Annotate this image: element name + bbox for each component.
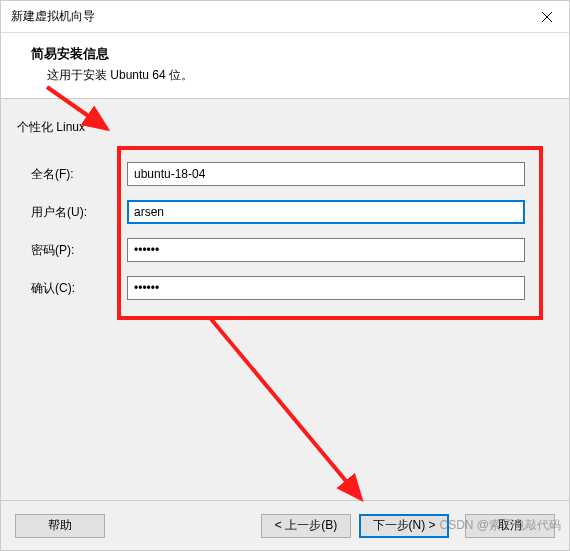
wizard-footer: 帮助 < 上一步(B) 下一步(N) > 取消: [1, 500, 569, 550]
titlebar: 新建虚拟机向导: [1, 1, 569, 33]
cancel-button[interactable]: 取消: [465, 514, 555, 538]
new-vm-wizard-dialog: 新建虚拟机向导 简易安装信息 这用于安装 Ubuntu 64 位。 个性化 Li…: [0, 0, 570, 551]
confirm-password-input[interactable]: [127, 276, 525, 300]
username-label: 用户名(U):: [31, 204, 115, 221]
back-button[interactable]: < 上一步(B): [261, 514, 351, 538]
form-highlight-box: 全名(F): 用户名(U): 密码(P): 确认(C):: [117, 146, 543, 320]
header-subtitle: 这用于安装 Ubuntu 64 位。: [31, 67, 549, 84]
wizard-header: 简易安装信息 这用于安装 Ubuntu 64 位。: [1, 33, 569, 99]
header-title: 简易安装信息: [31, 45, 549, 63]
username-input[interactable]: [127, 200, 525, 224]
fullname-label: 全名(F):: [31, 166, 115, 183]
password-label: 密码(P):: [31, 242, 115, 259]
window-title: 新建虚拟机向导: [11, 8, 95, 25]
confirm-label: 确认(C):: [31, 280, 115, 297]
password-input[interactable]: [127, 238, 525, 262]
fullname-input[interactable]: [127, 162, 525, 186]
svg-line-1: [211, 319, 361, 499]
close-button[interactable]: [524, 1, 569, 33]
next-button[interactable]: 下一步(N) >: [359, 514, 449, 538]
close-icon: [542, 12, 552, 22]
help-button[interactable]: 帮助: [15, 514, 105, 538]
annotation-arrow-bottom: [181, 309, 401, 509]
wizard-body: 个性化 Linux 全名(F): 用户名(U): 密码(P): 确认(C):: [1, 99, 569, 500]
section-label: 个性化 Linux: [17, 119, 549, 136]
